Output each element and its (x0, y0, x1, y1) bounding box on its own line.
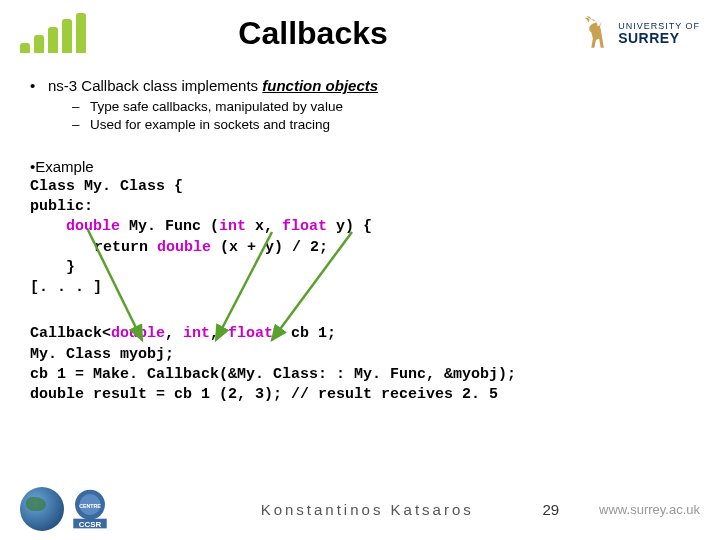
example-block: •Example Class My. Class { public: doubl… (30, 157, 690, 299)
ccsr-badge-icon: CENTRE CCSR (68, 487, 112, 531)
sub-bullet-2: –Used for example in sockets and tracing (72, 116, 690, 134)
page-number: 29 (542, 501, 559, 518)
bullet-1-emph: function objects (262, 77, 378, 94)
cb-line-4: double result = cb 1 (2, 3); // result r… (30, 385, 690, 405)
footer-url: www.surrey.ac.uk (599, 502, 700, 517)
code-line-6: [. . . ] (30, 278, 690, 298)
code-line-2: public: (30, 197, 690, 217)
code-block-2: Callback<double, int, float> cb 1; My. C… (30, 324, 690, 405)
slide-footer: CENTRE CCSR Konstantinos Katsaros 29 www… (0, 478, 720, 540)
bullet-1-text: ns-3 Callback class implements (48, 77, 262, 94)
svg-text:CCSR: CCSR (79, 520, 102, 529)
svg-text:CENTRE: CENTRE (79, 503, 101, 509)
sub-bullet-1: –Type safe callbacks, manipulated by val… (72, 98, 690, 116)
stag-icon (580, 15, 612, 51)
slide-header: Callbacks UNIVERSITY OF SURREY (0, 0, 720, 58)
ccsr-logo: CENTRE CCSR (20, 487, 112, 531)
code-line-1: Class My. Class { (30, 177, 690, 197)
slide-title: Callbacks (46, 15, 580, 52)
globe-icon (20, 487, 64, 531)
university-line2: SURREY (618, 31, 700, 45)
code-line-4: return double (x + y) / 2; (94, 238, 690, 258)
cb-line-1: Callback<double, int, float> cb 1; (30, 324, 690, 344)
cb-line-2: My. Class myobj; (30, 345, 690, 365)
code-line-5: } (66, 258, 690, 278)
slide-body: •ns-3 Callback class implements function… (0, 58, 720, 405)
bullet-1: •ns-3 Callback class implements function… (30, 76, 690, 96)
code-line-3: double My. Func (int x, float y) { (66, 217, 690, 237)
university-logo: UNIVERSITY OF SURREY (580, 15, 700, 51)
example-label: •Example (30, 157, 690, 177)
cb-line-3: cb 1 = Make. Callback(&My. Class: : My. … (30, 365, 690, 385)
